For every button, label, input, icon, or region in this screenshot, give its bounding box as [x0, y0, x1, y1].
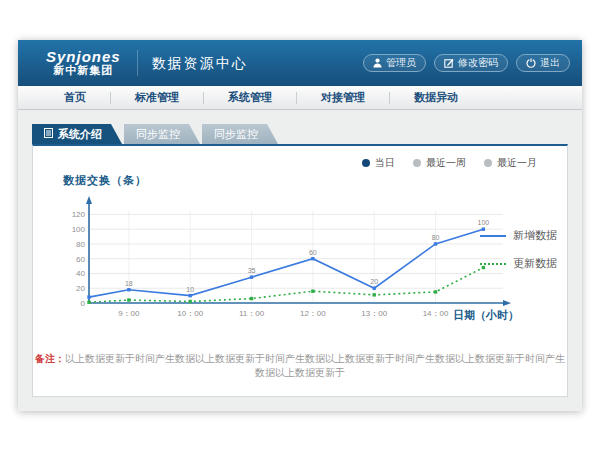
legend-item-updated-data: 更新数据 [480, 256, 557, 271]
app-header: Synjones 新中新集团 数据资源中心 管理员 修改密码 退出 [18, 40, 582, 86]
main-nav: 首页 标准管理 系统管理 对接管理 数据异动 [18, 86, 582, 110]
change-password-button[interactable]: 修改密码 [434, 54, 508, 72]
radio-dot [484, 159, 492, 167]
radio-label: 当日 [375, 156, 395, 170]
legend-line-solid-icon [480, 235, 506, 237]
chart-panel: 当日 最近一周 最近一月 数据交换（条） 0204060801001209：00… [32, 144, 568, 397]
svg-text:60: 60 [76, 255, 85, 264]
radio-today[interactable]: 当日 [362, 156, 395, 170]
time-range-filter: 当日 最近一周 最近一月 [362, 156, 537, 170]
svg-text:18: 18 [125, 280, 133, 287]
svg-text:20: 20 [370, 278, 378, 285]
legend-label: 更新数据 [513, 256, 557, 271]
chart-legend: 新增数据 更新数据 [480, 228, 557, 284]
nav-item-home[interactable]: 首页 [40, 90, 110, 105]
document-icon [44, 124, 53, 144]
logout-button-label: 退出 [540, 56, 560, 70]
user-button[interactable]: 管理员 [363, 54, 426, 72]
power-icon [526, 58, 536, 68]
svg-text:100: 100 [72, 225, 86, 234]
tab-label: 同步监控 [136, 124, 180, 144]
line-chart: 0204060801001209：0010：0011：0012：0013：001… [61, 193, 511, 333]
tab-system-intro[interactable]: 系统介绍 [32, 124, 122, 144]
svg-text:100: 100 [478, 219, 490, 226]
legend-label: 新增数据 [513, 228, 557, 243]
svg-text:9：00: 9：00 [118, 309, 140, 318]
page-title: 数据资源中心 [137, 50, 248, 76]
logo-cn-text: 新中新集团 [46, 65, 121, 77]
nav-item-connection-mgmt[interactable]: 对接管理 [297, 90, 389, 105]
radio-last-week[interactable]: 最近一周 [413, 156, 466, 170]
tab-label: 系统介绍 [58, 124, 102, 144]
y-axis-title: 数据交换（条） [63, 173, 147, 188]
tab-label: 同步监控 [214, 124, 258, 144]
footer-note: 备注：以上数据更新于时间产生数据以上数据更新于时间产生数据以上数据更新于时间产生… [33, 352, 567, 380]
user-button-label: 管理员 [386, 56, 416, 70]
logout-button[interactable]: 退出 [516, 54, 570, 72]
svg-text:20: 20 [76, 284, 85, 293]
nav-item-system-mgmt[interactable]: 系统管理 [204, 90, 296, 105]
svg-text:10：00: 10：00 [177, 309, 203, 318]
svg-text:120: 120 [72, 210, 86, 219]
tab-sync-monitor-1[interactable]: 同步监控 [124, 124, 200, 144]
svg-text:40: 40 [76, 269, 85, 278]
app-window: Synjones 新中新集团 数据资源中心 管理员 修改密码 退出 [18, 40, 582, 411]
svg-text:80: 80 [432, 234, 440, 241]
svg-text:11：00: 11：00 [239, 309, 265, 318]
svg-text:35: 35 [248, 267, 256, 274]
svg-text:0: 0 [81, 299, 86, 308]
change-password-button-label: 修改密码 [458, 56, 498, 70]
legend-item-new-data: 新增数据 [480, 228, 557, 243]
logo: Synjones 新中新集团 [30, 49, 131, 76]
footer-note-text: 以上数据更新于时间产生数据以上数据更新于时间产生数据以上数据更新于时间产生数据以… [65, 353, 565, 378]
radio-dot-selected [362, 159, 370, 167]
content-area: 系统介绍 同步监控 同步监控 当日 最近一周 [18, 110, 582, 397]
header-actions: 管理员 修改密码 退出 [363, 54, 570, 72]
radio-last-month[interactable]: 最近一月 [484, 156, 537, 170]
nav-item-standard-mgmt[interactable]: 标准管理 [111, 90, 203, 105]
radio-dot [413, 159, 421, 167]
svg-text:80: 80 [76, 240, 85, 249]
tab-bar: 系统介绍 同步监控 同步监控 [32, 124, 568, 144]
nav-item-data-change[interactable]: 数据异动 [390, 90, 482, 105]
user-icon [373, 58, 382, 68]
svg-text:13：00: 13：00 [361, 309, 387, 318]
legend-line-dotted-icon [480, 263, 506, 265]
radio-label: 最近一月 [497, 156, 537, 170]
svg-text:14：00: 14：00 [423, 309, 449, 318]
radio-label: 最近一周 [426, 156, 466, 170]
svg-text:12：00: 12：00 [300, 309, 326, 318]
edit-icon [444, 58, 454, 68]
svg-text:10: 10 [186, 286, 194, 293]
footer-note-label: 备注： [35, 353, 65, 364]
tab-sync-monitor-2[interactable]: 同步监控 [202, 124, 278, 144]
x-axis-title: 日期（小时） [453, 308, 519, 323]
logo-en-text: Synjones [46, 49, 121, 65]
svg-text:60: 60 [309, 249, 317, 256]
